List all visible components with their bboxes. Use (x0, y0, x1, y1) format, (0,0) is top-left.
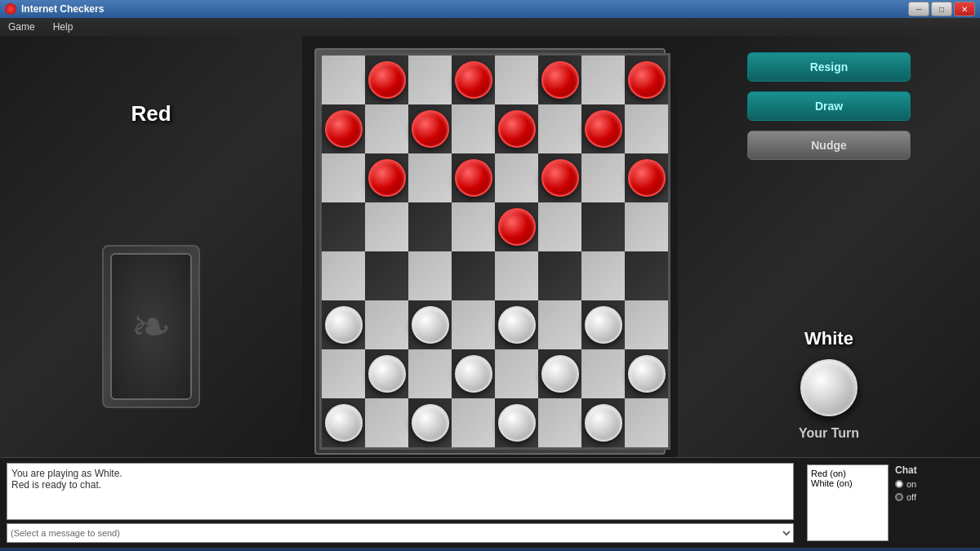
red-piece-2-5[interactable] (541, 159, 579, 197)
cell-6-7[interactable] (625, 349, 668, 398)
chat-on-radio[interactable] (895, 480, 903, 488)
white-piece-5-0[interactable] (325, 306, 363, 344)
cell-2-4[interactable] (495, 153, 538, 202)
cell-7-5[interactable] (538, 398, 581, 447)
cell-3-0[interactable] (322, 202, 365, 251)
cell-7-6[interactable] (581, 398, 625, 447)
cell-4-6[interactable] (581, 251, 625, 300)
white-piece-7-2[interactable] (412, 404, 449, 442)
cell-1-1[interactable] (365, 104, 408, 153)
cell-4-1[interactable] (365, 251, 408, 300)
cell-4-2[interactable] (408, 251, 452, 300)
cell-2-3[interactable] (452, 153, 495, 202)
cell-7-4[interactable] (495, 398, 538, 447)
chat-off-radio[interactable] (895, 493, 903, 501)
white-piece-6-1[interactable] (368, 355, 406, 393)
red-piece-2-3[interactable] (455, 159, 492, 197)
red-piece-0-1[interactable] (368, 61, 406, 99)
cell-7-2[interactable] (408, 398, 452, 447)
restore-button[interactable]: □ (931, 2, 952, 16)
chat-off-option[interactable]: off (895, 492, 973, 502)
cell-6-6[interactable] (581, 349, 625, 398)
cell-0-4[interactable] (495, 56, 538, 104)
white-piece-7-6[interactable] (585, 404, 622, 442)
red-piece-3-4[interactable] (498, 208, 536, 246)
cell-7-3[interactable] (452, 398, 495, 447)
cell-3-2[interactable] (408, 202, 452, 251)
red-piece-1-4[interactable] (498, 110, 536, 148)
cell-6-5[interactable] (538, 349, 581, 398)
cell-4-0[interactable] (322, 251, 365, 300)
white-piece-7-0[interactable] (325, 404, 363, 442)
cell-3-6[interactable] (581, 202, 625, 251)
menu-help[interactable]: Help (48, 20, 78, 34)
cell-2-0[interactable] (322, 153, 365, 202)
cell-6-0[interactable] (322, 349, 365, 398)
cell-0-7[interactable] (625, 56, 668, 104)
cell-4-7[interactable] (625, 251, 668, 300)
cell-3-4[interactable] (495, 202, 538, 251)
cell-0-5[interactable] (538, 56, 581, 104)
cell-4-3[interactable] (452, 251, 495, 300)
cell-4-5[interactable] (538, 251, 581, 300)
cell-2-2[interactable] (408, 153, 452, 202)
cell-7-7[interactable] (625, 398, 668, 447)
cell-0-2[interactable] (408, 56, 452, 104)
cell-1-5[interactable] (538, 104, 581, 153)
cell-3-1[interactable] (365, 202, 408, 251)
cell-2-5[interactable] (538, 153, 581, 202)
cell-5-5[interactable] (538, 300, 581, 349)
cell-7-1[interactable] (365, 398, 408, 447)
cell-1-7[interactable] (625, 104, 668, 153)
cell-2-6[interactable] (581, 153, 625, 202)
nudge-button[interactable]: Nudge (747, 131, 911, 160)
cell-5-4[interactable] (495, 300, 538, 349)
cell-5-6[interactable] (581, 300, 625, 349)
cell-5-7[interactable] (625, 300, 668, 349)
red-piece-2-7[interactable] (628, 159, 666, 197)
cell-2-1[interactable] (365, 153, 408, 202)
cell-0-0[interactable] (322, 56, 365, 104)
white-piece-5-4[interactable] (498, 306, 536, 344)
red-piece-0-5[interactable] (541, 61, 579, 99)
cell-0-3[interactable] (452, 56, 495, 104)
red-piece-1-0[interactable] (325, 110, 363, 148)
close-button[interactable]: ✕ (954, 2, 975, 16)
cell-2-7[interactable] (625, 153, 668, 202)
cell-6-3[interactable] (452, 349, 495, 398)
cell-1-0[interactable] (322, 104, 365, 153)
cell-6-2[interactable] (408, 349, 452, 398)
white-piece-6-7[interactable] (628, 355, 666, 393)
cell-6-1[interactable] (365, 349, 408, 398)
cell-3-7[interactable] (625, 202, 668, 251)
menu-game[interactable]: Game (3, 20, 40, 34)
cell-0-1[interactable] (365, 56, 408, 104)
cell-1-3[interactable] (452, 104, 495, 153)
minimize-button[interactable]: ─ (908, 2, 929, 16)
red-piece-2-1[interactable] (368, 159, 406, 197)
cell-1-2[interactable] (408, 104, 452, 153)
cell-5-1[interactable] (365, 300, 408, 349)
cell-3-5[interactable] (538, 202, 581, 251)
white-piece-5-2[interactable] (412, 306, 449, 344)
message-select[interactable]: (Select a message to send) (7, 523, 794, 543)
red-piece-1-6[interactable] (585, 110, 622, 148)
cell-1-4[interactable] (495, 104, 538, 153)
cell-5-3[interactable] (452, 300, 495, 349)
white-piece-6-5[interactable] (541, 355, 579, 393)
white-piece-7-4[interactable] (498, 404, 536, 442)
red-piece-1-2[interactable] (412, 110, 449, 148)
cell-7-0[interactable] (322, 398, 365, 447)
cell-1-6[interactable] (581, 104, 625, 153)
cell-5-0[interactable] (322, 300, 365, 349)
cell-0-6[interactable] (581, 56, 625, 104)
cell-3-3[interactable] (452, 202, 495, 251)
red-piece-0-7[interactable] (628, 61, 666, 99)
white-piece-6-3[interactable] (455, 355, 492, 393)
cell-5-2[interactable] (408, 300, 452, 349)
cell-4-4[interactable] (495, 251, 538, 300)
chat-on-option[interactable]: on (895, 479, 973, 489)
checkerboard[interactable] (319, 53, 670, 450)
red-piece-0-3[interactable] (455, 61, 492, 99)
white-piece-5-6[interactable] (585, 306, 622, 344)
